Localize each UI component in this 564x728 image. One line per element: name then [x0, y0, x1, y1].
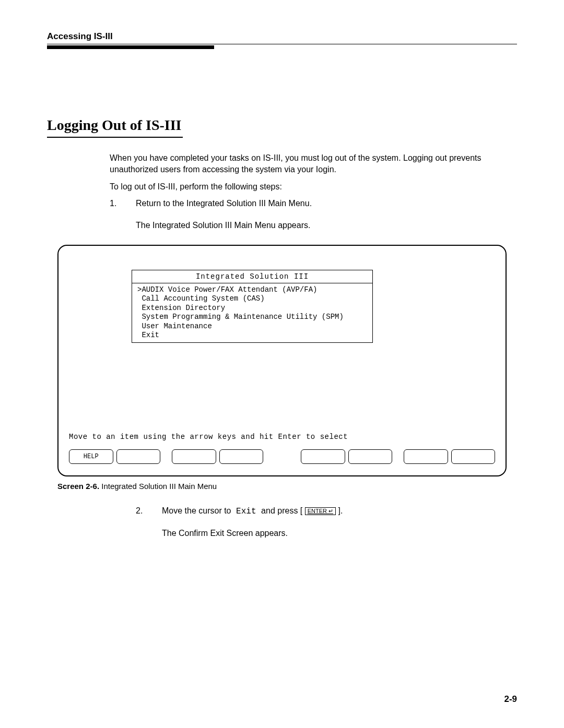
step-1-row: 1. Return to the Integrated Solution III… [110, 199, 501, 208]
step-2-block: 2. Move the cursor to Exit and press [ E… [136, 506, 517, 538]
step-2-mid: and press [ [261, 506, 305, 515]
step-2-pre: Move the cursor to [162, 506, 231, 515]
fkey-4 [219, 449, 264, 464]
step-2-result: The Confirm Exit Screen appears. [162, 529, 517, 538]
fkey-7 [404, 449, 448, 464]
step-2-text: Move the cursor to Exit and press [ ENTE… [162, 506, 343, 516]
enter-key-icon: ENTER ↵ [305, 507, 336, 515]
step-2-post: ]. [336, 506, 343, 515]
menu-box: Integrated Solution III >AUDIX Voice Pow… [132, 270, 373, 343]
header-thick-bar [47, 45, 214, 49]
figure-caption: Screen 2-6. Integrated Solution III Main… [57, 482, 507, 491]
step-2-number: 2. [136, 506, 147, 516]
page-number: 2-9 [504, 694, 517, 705]
screen-hint: Move to an item using the arrow keys and… [69, 433, 348, 441]
running-head: Accessing IS-III [47, 31, 517, 44]
function-key-row: HELP [69, 449, 495, 464]
step-2-row: 2. Move the cursor to Exit and press [ E… [136, 506, 517, 516]
step-1-text: Return to the Integrated Solution III Ma… [136, 199, 312, 208]
section-heading: Logging Out of IS-III [47, 117, 183, 138]
fkey-8 [451, 449, 496, 464]
terminal-screen: Integrated Solution III >AUDIX Voice Pow… [57, 245, 507, 476]
menu-items: >AUDIX Voice Power/FAX Attendant (AVP/FA… [132, 283, 372, 342]
fkey-2 [116, 449, 161, 464]
caption-label: Screen 2-6. [57, 482, 99, 491]
running-head-rule: Accessing IS-III [47, 31, 517, 44]
step-2-code: Exit [231, 507, 262, 516]
menu-title: Integrated Solution III [132, 270, 372, 283]
fkey-3 [172, 449, 216, 464]
fkey-6 [348, 449, 393, 464]
step-1-number: 1. [110, 199, 121, 208]
intro-block: When you have completed your tasks on IS… [110, 152, 501, 230]
intro-para-1: When you have completed your tasks on IS… [110, 152, 501, 175]
fkey-5 [301, 449, 345, 464]
step-1-result: The Integrated Solution III Main Menu ap… [136, 221, 501, 230]
fkey-1: HELP [69, 449, 113, 464]
caption-text: Integrated Solution III Main Menu [99, 482, 217, 491]
intro-para-2: To log out of IS-III, perform the follow… [110, 181, 501, 193]
